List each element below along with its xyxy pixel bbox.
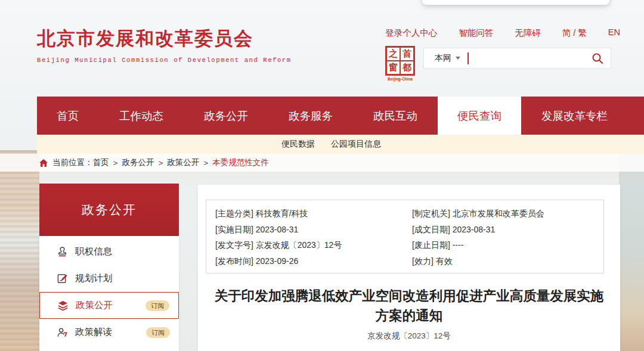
sidebar-item-label: 政策解读 [75, 326, 112, 338]
sidebar: 政务公开 职权信息 规划计划 [39, 184, 179, 351]
nav-item-reform-special[interactable]: 发展改革专栏 [521, 97, 628, 135]
seal-char: 窗 [386, 61, 400, 74]
sidebar-item-label: 职权信息 [75, 246, 112, 258]
main-nav: 首页 工作动态 政务公开 政务服务 政民互动 便民查询 发展改革专栏 [37, 97, 644, 135]
sidebar-item-planning[interactable]: 规划计划 [39, 265, 179, 292]
page: 北京市发展和改革委员会 Beijing Municipal Commission… [0, 0, 644, 351]
breadcrumb-home[interactable]: 首页 [93, 157, 109, 168]
nav-item-gov-services[interactable]: 政务服务 [268, 97, 353, 135]
site-search: 本网 [423, 48, 611, 69]
breadcrumb-separator: > [203, 159, 208, 167]
nav-item-gov-disclosure[interactable]: 政务公开 [184, 97, 268, 135]
search-button[interactable] [584, 48, 611, 68]
subscribe-button[interactable]: 订阅 [145, 300, 169, 311]
top-dropdown-remnant [422, 0, 609, 5]
document-meta-box: [主题分类] 科技教育/科技 [实施日期] 2023-08-31 [发文字号] … [206, 200, 604, 274]
nav-item-home[interactable]: 首页 [37, 97, 99, 135]
meta-publish-time: [发布时间] 2023-09-26 [215, 253, 412, 269]
english-link[interactable]: EN [608, 27, 620, 39]
seal-char: 首 [400, 47, 414, 61]
meta-implementation-date: [实施日期] 2023-08-31 [215, 222, 412, 238]
edit-doc-icon [57, 273, 68, 284]
background-photo-right [619, 150, 644, 351]
sidebar-item-label: 政策公开 [76, 299, 113, 312]
breadcrumb: 当前位置： 首页 > 政务公开 > 政策公开 > 本委规范性文件 [0, 154, 644, 172]
breadcrumb-current-normative-docs: 本委规范性文件 [212, 157, 269, 168]
search-icon [592, 52, 603, 64]
simplified-traditional-toggle[interactable]: 简 / 繁 [562, 27, 587, 39]
home-icon [39, 159, 48, 167]
search-input[interactable] [469, 48, 585, 68]
login-personal-center-link[interactable]: 登录个人中心 [385, 27, 437, 39]
person-chat-icon [57, 327, 68, 338]
document-title: 关于印发加强腾退低效产业空间改造利用促进产业高质量发展实施方案的通知 [212, 286, 606, 325]
meta-document-number: [发文字号] 京发改规〔2023〕12号 [215, 237, 412, 253]
document-number: 京发改规〔2023〕12号 [212, 331, 606, 341]
breadcrumb-gov-disclosure[interactable]: 政务公开 [122, 157, 154, 168]
stamp-icon [57, 246, 68, 257]
search-scope-label: 本网 [435, 53, 451, 64]
breadcrumb-prefix: 当前位置： [52, 157, 93, 168]
meta-issuing-agency: [制定机关] 北京市发展和改革委员会 [412, 206, 591, 222]
subscribe-button[interactable]: 订阅 [146, 327, 170, 338]
breadcrumb-separator: > [158, 159, 163, 167]
seal-char: 都 [400, 61, 414, 74]
site-subtitle: Beijing Municipal Commission of Developm… [37, 57, 292, 64]
subnav-item-convenient-data[interactable]: 便民数据 [281, 139, 315, 150]
background-photo-left [0, 150, 39, 351]
site-logo: 北京市发展和改革委员会 Beijing Municipal Commission… [37, 26, 292, 64]
beijing-china-seal-logo: 之 首 窗 都 Beijing-China [385, 46, 416, 81]
meta-validity: [效力] 有效 [412, 253, 591, 269]
sidebar-item-policy-disclosure[interactable]: 政策公开 订阅 [39, 292, 179, 319]
meta-written-date: [成文日期] 2023-08-31 [412, 222, 591, 238]
sidebar-menu: 职权信息 规划计划 政策公开 订阅 [39, 236, 179, 351]
search-scope-dropdown[interactable]: 本网 [424, 53, 467, 64]
sidebar-item-label: 规划计划 [75, 272, 112, 285]
seal-icon: 之 首 窗 都 [385, 46, 415, 76]
seal-char: 之 [386, 47, 400, 61]
smart-qa-link[interactable]: 智能问答 [459, 27, 493, 39]
sidebar-item-authority-info[interactable]: 职权信息 [39, 238, 179, 265]
sidebar-item-policy-interpretation[interactable]: 政策解读 订阅 [39, 319, 179, 346]
sub-nav: 便民数据 公园项目信息 [37, 135, 644, 154]
nav-item-work-updates[interactable]: 工作动态 [99, 97, 184, 135]
accessibility-link[interactable]: 无障碍 [515, 27, 541, 39]
subnav-item-park-project-info[interactable]: 公园项目信息 [331, 139, 381, 150]
document-panel: [主题分类] 科技教育/科技 [实施日期] 2023-08-31 [发文字号] … [198, 185, 620, 351]
nav-item-convenient-inquiry[interactable]: 便民查询 [438, 97, 521, 135]
layers-icon [57, 300, 69, 311]
meta-topic-category: [主题分类] 科技教育/科技 [215, 206, 412, 222]
meta-repeal-date: [废止日期] ---- [412, 237, 591, 253]
breadcrumb-separator: > [113, 159, 118, 167]
sidebar-title: 政务公开 [39, 184, 179, 236]
breadcrumb-policy-disclosure[interactable]: 政策公开 [167, 157, 199, 168]
quick-links: 登录个人中心 智能问答 无障碍 简 / 繁 EN [385, 27, 620, 39]
seal-caption: Beijing-China [385, 77, 416, 81]
site-title: 北京市发展和改革委员会 [37, 26, 292, 51]
nav-item-public-interaction[interactable]: 政民互动 [353, 97, 438, 135]
chevron-down-icon [456, 57, 460, 60]
